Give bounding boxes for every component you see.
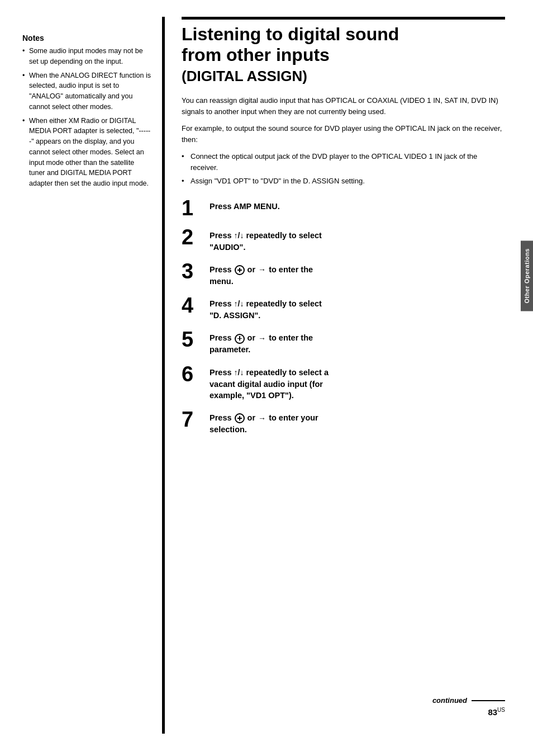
- step-content-6: Press ↑/↓ repeatedly to select avacant d…: [210, 363, 329, 401]
- arrow-updown-icon: ↑/↓: [234, 230, 244, 242]
- step-number-3: 3: [182, 261, 205, 282]
- bullet-list: Connect the optical output jack of the D…: [182, 151, 505, 187]
- list-item: Connect the optical output jack of the D…: [182, 151, 505, 173]
- step-number-1: 1: [182, 197, 205, 219]
- step-3: 3 Press or → to enter themenu.: [182, 261, 505, 287]
- circle-plus-icon: [235, 413, 245, 423]
- continued-text: continued: [432, 696, 467, 705]
- step-number-5: 5: [182, 329, 205, 350]
- step-7: 7 Press or → to enter yourselection.: [182, 409, 505, 435]
- continued-rule: [472, 700, 505, 701]
- step-5: 5 Press or → to enter theparameter.: [182, 329, 505, 355]
- step-number-4: 4: [182, 295, 205, 316]
- step-1: 1 Press AMP MENU.: [182, 197, 505, 219]
- step-content-1: Press AMP MENU.: [210, 197, 280, 212]
- step-2: 2 Press ↑/↓ repeatedly to select"AUDIO".: [182, 226, 505, 253]
- arrow-updown-icon: ↑/↓: [234, 299, 244, 310]
- continued-line: continued: [432, 696, 505, 705]
- notes-list: Some audio input modes may not be set up…: [22, 46, 151, 189]
- step-number-7: 7: [182, 409, 205, 430]
- step-number-6: 6: [182, 363, 205, 385]
- page: Notes Some audio input modes may not be …: [0, 0, 533, 756]
- arrow-right-icon: →: [258, 264, 266, 276]
- list-item: When either XM Radio or DIGITAL MEDIA PO…: [22, 116, 151, 189]
- right-column: Listening to digital sound from other in…: [162, 17, 533, 734]
- step-4: 4 Press ↑/↓ repeatedly to select"D. ASSI…: [182, 295, 505, 321]
- step-content-2: Press ↑/↓ repeatedly to select"AUDIO".: [210, 226, 322, 253]
- left-column: Notes Some audio input modes may not be …: [0, 17, 162, 734]
- intro-text-1: You can reassign digital audio input tha…: [182, 95, 505, 117]
- step-content-4: Press ↑/↓ repeatedly to select"D. ASSIGN…: [210, 295, 322, 321]
- step-6: 6 Press ↑/↓ repeatedly to select avacant…: [182, 363, 505, 401]
- step-content-3: Press or → to enter themenu.: [210, 261, 313, 287]
- sidebar-tab: Other Operations: [521, 240, 533, 311]
- steps-container: 1 Press AMP MENU. 2 Press ↑/↓ repeatedly…: [182, 197, 505, 436]
- page-number: 83US: [432, 707, 505, 717]
- step-content-7: Press or → to enter yourselection.: [210, 409, 318, 435]
- list-item: Assign "VD1 OPT" to "DVD" in the D. ASSI…: [182, 176, 505, 187]
- section-title: Listening to digital sound from other in…: [182, 17, 505, 65]
- section-subtitle: (DIGITAL ASSIGN): [182, 68, 505, 85]
- intro-text-2: For example, to output the sound source …: [182, 123, 505, 145]
- arrow-right-icon: →: [258, 413, 266, 424]
- circle-plus-icon: [235, 334, 245, 344]
- step-content-5: Press or → to enter theparameter.: [210, 329, 313, 355]
- list-item: Some audio input modes may not be set up…: [22, 46, 151, 67]
- step-number-2: 2: [182, 226, 205, 248]
- circle-plus-icon: [235, 265, 245, 275]
- arrow-updown-icon: ↑/↓: [234, 367, 244, 379]
- arrow-right-icon: →: [258, 333, 266, 344]
- footer: continued 83US: [432, 696, 505, 717]
- notes-title: Notes: [22, 34, 151, 42]
- list-item: When the ANALOG DIRECT function is selec…: [22, 70, 151, 112]
